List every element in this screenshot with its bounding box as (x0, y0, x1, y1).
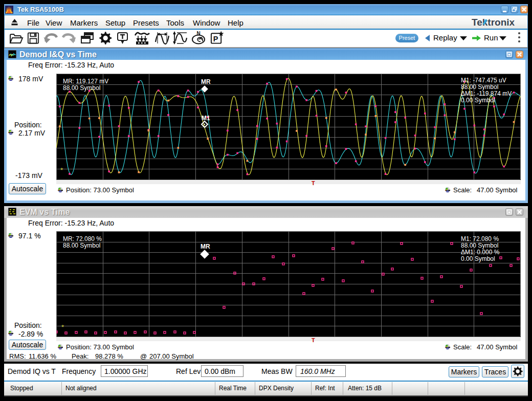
svg-text:MR: 119.127 mV: MR: 119.127 mV (63, 78, 108, 85)
svg-text:MR: MR (201, 78, 211, 85)
svg-text:MR: 72.080 %: MR: 72.080 % (63, 235, 102, 242)
svg-text:N: N (196, 31, 200, 36)
svg-text:MR: MR (201, 243, 210, 250)
svg-text:0.00 Symbol: 0.00 Symbol (461, 255, 495, 262)
svg-text:M1: M1 (202, 115, 210, 122)
svg-text:ΔM1: -119.874 mV: ΔM1: -119.874 mV (461, 90, 512, 97)
svg-text:M1: 72.080 %: M1: 72.080 % (461, 235, 499, 242)
svg-text:*: * (60, 166, 63, 174)
svg-text:0.00 Symbol: 0.00 Symbol (461, 97, 495, 104)
svg-text:ΔM1: 0.000 %: ΔM1: 0.000 % (461, 249, 500, 256)
svg-text:M1: -747.475 uV: M1: -747.475 uV (461, 77, 506, 84)
svg-text:88.00 Symbol: 88.00 Symbol (461, 242, 498, 249)
svg-text:P: P (213, 35, 218, 43)
svg-text:*: * (61, 323, 64, 331)
svg-text:88.00 Symbol: 88.00 Symbol (63, 242, 100, 249)
svg-text:88.00 Symbol: 88.00 Symbol (461, 83, 498, 91)
svg-text:88.00 Symbol: 88.00 Symbol (63, 84, 100, 92)
